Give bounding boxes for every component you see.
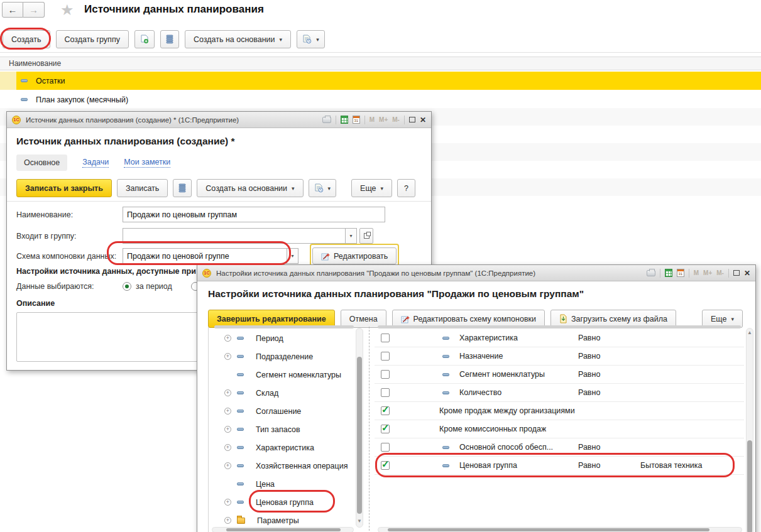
help-label: ? [404, 184, 408, 193]
calendar-icon[interactable]: 31 [677, 269, 684, 277]
memory-plus-button[interactable]: M+ [703, 269, 712, 276]
tab-my-notes[interactable]: Мои заметки [124, 158, 170, 168]
tree-item-soglashenie[interactable]: +Соглашение [209, 402, 364, 420]
condition-row-krome-prodazh[interactable]: ✓ Кроме продаж между организациями [375, 402, 744, 420]
calculator-icon[interactable] [665, 269, 672, 277]
condition-row-harakteristika[interactable]: Характеристика Равно [375, 329, 744, 347]
create-button[interactable]: Создать [3, 30, 50, 48]
tab-main[interactable]: Основное [16, 155, 67, 171]
main-toolbar: Создать Создать группу Создать на основа… [0, 26, 761, 53]
tree-item-label: Склад [256, 389, 278, 398]
create-group-button[interactable]: Создать группу [56, 30, 129, 48]
more-button[interactable]: Еще ▾ [351, 179, 392, 197]
tree-item-harakteristika[interactable]: +Характеристика [209, 438, 364, 457]
memory-button[interactable]: M [694, 269, 699, 276]
scrollbar-thumb[interactable] [357, 357, 362, 514]
checkbox-unchecked[interactable] [381, 370, 390, 379]
calculator-icon[interactable] [341, 116, 348, 124]
maximize-icon[interactable] [733, 270, 740, 276]
tree-vertical-scrollbar[interactable] [356, 328, 363, 528]
checkbox-unchecked[interactable] [381, 352, 390, 361]
save-button[interactable]: Записать [117, 179, 168, 197]
schema-input[interactable] [123, 248, 287, 264]
group-open-button[interactable] [359, 228, 373, 244]
copy-item-button[interactable] [134, 30, 155, 48]
condition-row-krome-komissionnyh[interactable]: ✓ Кроме комиссионных продаж [375, 420, 744, 438]
tree-item-segment[interactable]: Сегмент номенклатуры [209, 366, 364, 384]
back-button[interactable]: ← [2, 2, 23, 18]
condition-row-cenovaya-gruppa[interactable]: ✓ Ценовая группа Равно Бытовая техника [375, 457, 744, 475]
list-settings-button[interactable] [160, 30, 179, 48]
list-column-header[interactable]: Наименование [0, 57, 761, 70]
dialog1-titlebar[interactable]: 1С Источник данных планирования (создани… [7, 112, 431, 128]
save-close-button[interactable]: Записать и закрыть [16, 179, 112, 197]
conditions-horizontal-scrollbar[interactable] [378, 527, 742, 532]
condition-row-naznachenie[interactable]: Назначение Равно [375, 347, 744, 366]
item-dash-icon [442, 373, 449, 376]
tree-item-tip-zapasov[interactable]: +Тип запасов [209, 420, 364, 438]
tab-tasks[interactable]: Задачи [82, 158, 109, 168]
expand-icon[interactable]: + [224, 389, 231, 396]
print-icon[interactable] [322, 117, 331, 123]
panel-splitter[interactable] [369, 327, 370, 532]
scroll-up-icon[interactable]: ▲ [747, 330, 752, 335]
save-label: Записать [126, 184, 159, 193]
report-menu-button[interactable]: ▾ [309, 179, 337, 197]
expand-icon[interactable]: + [224, 335, 231, 342]
condition-row-osnovnoy-sposob[interactable]: Основной способ обесп... Равно [375, 438, 744, 457]
favorite-star-icon[interactable]: ★ [60, 1, 74, 19]
expand-icon[interactable]: + [224, 353, 231, 360]
conditions-vertical-scrollbar[interactable] [746, 328, 753, 532]
maximize-icon[interactable] [409, 117, 415, 122]
memory-button[interactable]: M [370, 116, 375, 123]
list-row-ostatki[interactable]: Остатки [0, 72, 761, 90]
close-icon[interactable]: ✕ [420, 116, 426, 124]
create-based-on-button[interactable]: Создать на основании ▾ [185, 30, 291, 48]
list-settings-button[interactable] [173, 179, 192, 197]
scrollbar-thumb[interactable] [388, 528, 709, 531]
scrollbar-thumb[interactable] [226, 528, 341, 531]
tree-item-period[interactable]: +Период [209, 329, 364, 347]
condition-row-segment[interactable]: Сегмент номенклатуры Равно [375, 366, 744, 384]
tree-item-hoz-operaciya[interactable]: +Хозяйственная операция [209, 457, 364, 475]
name-input[interactable] [123, 207, 385, 222]
help-button[interactable]: ? [397, 179, 415, 197]
memory-plus-button[interactable]: M+ [379, 116, 388, 123]
memory-minus-button[interactable]: M- [716, 269, 724, 276]
checkbox-checked[interactable]: ✓ [381, 406, 390, 415]
expand-icon[interactable]: + [224, 408, 231, 415]
checkbox-checked[interactable]: ✓ [381, 461, 390, 470]
group-dropdown-button[interactable]: ▾ [345, 228, 357, 244]
chevron-down-icon: ▾ [349, 233, 352, 239]
memory-minus-button[interactable]: M- [392, 116, 400, 123]
create-based-on-button[interactable]: Создать на основании ▾ [197, 179, 303, 197]
scroll-down-icon[interactable]: ▼ [357, 519, 362, 524]
checkbox-unchecked[interactable] [381, 388, 390, 397]
list-row-plan-zakupok[interactable]: План закупок (месячный) [0, 91, 761, 108]
radio-period[interactable] [123, 282, 131, 291]
schema-dropdown-button[interactable]: ▾ [287, 248, 298, 264]
tree-item-cena[interactable]: Цена [209, 475, 364, 493]
expand-icon[interactable]: + [224, 517, 231, 524]
tree-horizontal-scrollbar[interactable] [212, 527, 354, 532]
forward-button[interactable]: → [23, 2, 45, 18]
expand-icon[interactable]: + [224, 444, 231, 451]
tree-item-cenovaya-gruppa[interactable]: +Ценовая группа [209, 493, 364, 511]
tree-item-podrazdelenie[interactable]: +Подразделение [209, 347, 364, 366]
dialog2-titlebar[interactable]: 1С Настройки источника данных планирован… [197, 265, 755, 281]
close-icon[interactable]: ✕ [744, 269, 750, 278]
condition-row-kolichestvo[interactable]: Количество Равно [375, 384, 744, 402]
checkbox-checked[interactable]: ✓ [381, 425, 390, 433]
edit-schema-button[interactable]: Редактировать [312, 247, 397, 264]
report-menu-button[interactable]: ▾ [297, 30, 325, 48]
tree-item-sklad[interactable]: +Склад [209, 384, 364, 402]
calendar-icon[interactable]: 31 [353, 116, 360, 124]
checkbox-unchecked[interactable] [381, 334, 390, 342]
expand-icon[interactable]: + [224, 462, 231, 469]
group-input[interactable] [123, 228, 345, 244]
checkbox-unchecked[interactable] [381, 443, 390, 452]
expand-icon[interactable]: + [224, 499, 231, 506]
print-icon[interactable] [647, 270, 655, 276]
expand-icon[interactable]: + [224, 426, 231, 433]
scrollbar-thumb[interactable] [747, 440, 752, 532]
